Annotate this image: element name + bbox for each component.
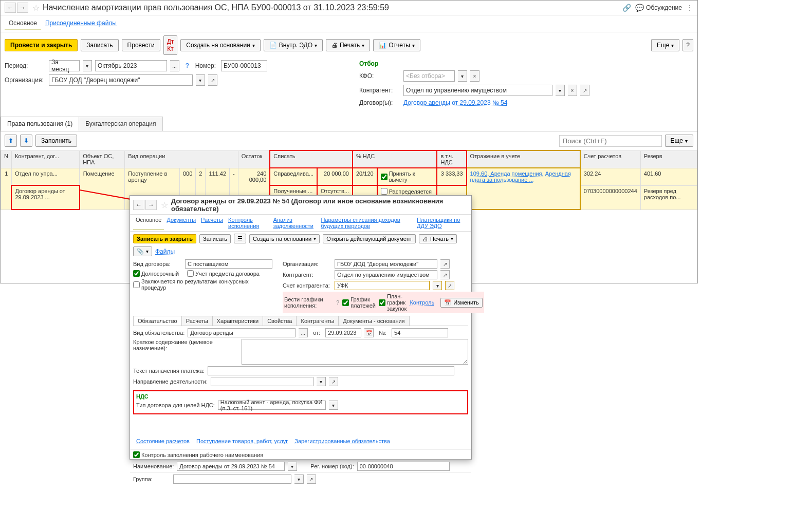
type-input[interactable]: С поставщиком bbox=[185, 259, 272, 269]
sub-org-open[interactable]: ↗ bbox=[440, 259, 450, 269]
col-vat[interactable]: % НДС bbox=[353, 150, 437, 168]
activity-open[interactable]: ↗ bbox=[329, 377, 338, 386]
activity-dd[interactable]: ▾ bbox=[317, 377, 326, 386]
number-input[interactable]: БУ00-000013 bbox=[221, 60, 267, 71]
link-icon[interactable]: 🔗 bbox=[622, 4, 631, 12]
table-search-input[interactable] bbox=[559, 135, 662, 147]
sub-tab-0[interactable]: Основное bbox=[133, 216, 164, 230]
sub-org-input[interactable]: ГБОУ ДОД "Дворец молодежи" bbox=[335, 259, 437, 269]
sub-tab-3[interactable]: Контроль исполнения bbox=[226, 216, 271, 230]
group-dd[interactable]: ▾ bbox=[294, 474, 304, 484]
name-input[interactable]: Договор аренды от 29.09.2023 № 54 bbox=[177, 462, 285, 471]
sub-account-dd[interactable]: ▾ bbox=[433, 281, 442, 290]
num-input[interactable]: 54 bbox=[392, 328, 448, 337]
link-receipts[interactable]: Поступление товаров, работ, услуг bbox=[196, 438, 288, 444]
sub-nav-forward[interactable]: → bbox=[145, 200, 157, 210]
table-more-button[interactable]: Еще bbox=[665, 135, 693, 147]
col-accounting[interactable]: Отражение в учете bbox=[467, 150, 580, 168]
edo-button[interactable]: 📄 Внутр. ЭДО bbox=[264, 39, 323, 51]
sub-tab-5[interactable]: Параметры списания доходов будущих перио… bbox=[318, 216, 414, 230]
post-button[interactable]: Провести bbox=[122, 39, 160, 51]
tab-accounting[interactable]: Бухгалтерская операция bbox=[79, 117, 162, 131]
col-balance[interactable]: Остаток bbox=[238, 150, 270, 168]
sub-star-icon[interactable]: ☆ bbox=[161, 200, 168, 210]
competitive-checkbox[interactable] bbox=[133, 281, 140, 288]
sub-tab-6[interactable]: Плательщики по ДДУ ЭДО bbox=[414, 216, 468, 230]
obligation-type-input[interactable]: Договор аренды bbox=[188, 328, 296, 337]
sub-create-based[interactable]: Создать на основании bbox=[249, 234, 320, 243]
more-menu-icon[interactable]: ⋮ bbox=[686, 4, 693, 12]
group-open[interactable]: ↗ bbox=[307, 474, 316, 484]
org-input[interactable]: ГБОУ ДОД "Дворец молодежи" bbox=[49, 74, 193, 86]
table-row[interactable]: 1 Отдел по упра... Помещение Поступление… bbox=[1, 168, 697, 185]
inner-tab-1[interactable]: Расчеты bbox=[181, 316, 213, 326]
nds-type-dd[interactable]: ▾ bbox=[329, 401, 338, 410]
inner-tab-2[interactable]: Характеристики bbox=[212, 316, 264, 326]
link-settlements[interactable]: Состояние расчетов bbox=[136, 438, 190, 444]
tab-files[interactable]: Присоединенные файлы bbox=[41, 17, 121, 30]
kfo-dd[interactable]: ▾ bbox=[458, 70, 467, 82]
longterm-checkbox[interactable] bbox=[133, 270, 140, 277]
sub-list-icon-button[interactable]: ☰ bbox=[234, 234, 246, 243]
dtkt-icon-button[interactable]: ДтКт bbox=[163, 35, 178, 55]
obligation-type-dd[interactable]: ... bbox=[299, 328, 308, 337]
inner-tab-5[interactable]: Документы - основания bbox=[338, 316, 409, 326]
fill-button[interactable]: Заполнить bbox=[35, 135, 77, 147]
tab-main[interactable]: Основное bbox=[5, 17, 41, 30]
from-date-input[interactable]: 29.09.2023 bbox=[325, 328, 361, 337]
deduct-checkbox[interactable] bbox=[381, 174, 387, 180]
move-up-button[interactable]: ⬆ bbox=[5, 135, 17, 147]
contract-link[interactable]: Договор аренды от 29.09.2023 № 54 bbox=[403, 99, 507, 106]
org-open[interactable]: ↗ bbox=[208, 74, 217, 86]
contractor-open[interactable]: ↗ bbox=[580, 85, 589, 96]
short-desc-textarea[interactable] bbox=[242, 339, 468, 365]
org-dd[interactable]: ▾ bbox=[196, 74, 205, 86]
nds-type-input[interactable]: Налоговый агент - аренда, покупка ФИ (п.… bbox=[218, 401, 326, 410]
reports-button[interactable]: 📊 Отчеты bbox=[373, 39, 420, 51]
sub-attach-button[interactable]: 📎 bbox=[133, 246, 152, 256]
contractor-clear[interactable]: × bbox=[568, 85, 577, 96]
cell-wo1-chk[interactable]: Принять к вычету bbox=[377, 168, 437, 185]
col-contractor[interactable]: Контрагент, дог... bbox=[11, 150, 79, 168]
contractor-dd[interactable]: ▾ bbox=[556, 85, 565, 96]
reg-input[interactable]: 00-00000048 bbox=[357, 462, 450, 471]
discussion-icon[interactable]: 💬 bbox=[635, 4, 644, 12]
col-writeoff[interactable]: Списать bbox=[270, 150, 353, 168]
control-link[interactable]: Контроль bbox=[410, 299, 434, 306]
discussion-label[interactable]: Обсуждение bbox=[646, 4, 682, 11]
name-control-checkbox[interactable] bbox=[133, 451, 140, 458]
distribute-checkbox[interactable] bbox=[381, 188, 387, 195]
nav-back-button[interactable]: ← bbox=[5, 3, 16, 13]
link-obligations[interactable]: Зарегистрированные обязательства bbox=[294, 438, 390, 444]
subject-checkbox[interactable] bbox=[187, 270, 194, 277]
sub-tab-2[interactable]: Расчеты bbox=[198, 216, 226, 230]
post-close-button[interactable]: Провести и закрыть bbox=[5, 39, 78, 51]
change-button[interactable]: 📅 Изменить bbox=[440, 298, 483, 308]
inner-tab-4[interactable]: Контрагенты bbox=[296, 316, 339, 326]
kfo-input[interactable]: <Без отбора> bbox=[403, 70, 455, 82]
sub-open-doc[interactable]: Открыть действующий документ bbox=[323, 234, 416, 243]
inner-tab-3[interactable]: Свойства bbox=[263, 316, 297, 326]
payment-schedule-checkbox[interactable] bbox=[342, 299, 349, 306]
period-help-icon[interactable]: ? bbox=[186, 62, 189, 69]
col-object[interactable]: Объект ОС, НПА bbox=[80, 150, 125, 168]
sub-contractor-open[interactable]: ↗ bbox=[440, 270, 450, 279]
period-type-select[interactable]: За месяц bbox=[49, 60, 80, 71]
kfo-clear[interactable]: × bbox=[470, 70, 479, 82]
sub-account-open[interactable]: ↗ bbox=[445, 281, 454, 290]
contractor-input[interactable]: Отдел по управлению имуществом bbox=[403, 85, 552, 96]
col-n[interactable]: N bbox=[1, 150, 12, 168]
period-value-input[interactable]: Октябрь 2023 bbox=[95, 60, 167, 71]
payment-text-input[interactable] bbox=[208, 366, 454, 375]
sub-account-input[interactable]: УФК bbox=[335, 281, 430, 290]
help-button[interactable]: ? bbox=[682, 39, 693, 51]
sub-contractor-input[interactable]: Отдел по управлению имуществом bbox=[335, 270, 437, 279]
sub-save-button[interactable]: Записать bbox=[199, 234, 231, 243]
sub-files-link[interactable]: Файлы bbox=[155, 248, 175, 255]
purchase-plan-checkbox[interactable] bbox=[379, 299, 385, 306]
create-based-button[interactable]: Создать на основании bbox=[180, 39, 261, 51]
save-button[interactable]: Записать bbox=[81, 39, 118, 51]
more-button[interactable]: Еще bbox=[651, 39, 679, 51]
tab-rights[interactable]: Права пользования (1) bbox=[1, 117, 79, 131]
col-operation[interactable]: Вид операции bbox=[125, 150, 238, 168]
